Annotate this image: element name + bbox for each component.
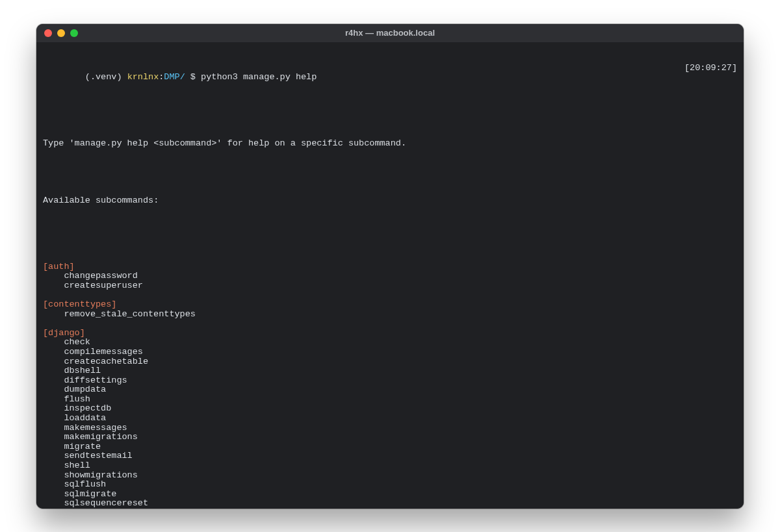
subcommand-item: makemessages [43,424,737,433]
window-title: r4hx — macbook.local [36,28,744,38]
blank-line [43,168,737,177]
minimize-icon[interactable] [57,29,65,37]
timestamp: [20:09:27] [684,64,737,92]
subcommand-item: shell [43,461,737,471]
group-header: [django] [43,329,737,338]
titlebar: r4hx — macbook.local [36,24,744,42]
subcommand-item: dbshell [43,366,737,376]
subcommand-groups: [auth]changepasswordcreatesuperuser[cont… [43,262,737,509]
subcommand-item: createsuperuser [43,281,737,291]
subcommand-item: migrate [43,442,737,452]
subcommand-item: inspectdb [43,404,737,414]
subcommand-item: flush [43,395,737,405]
terminal-window: r4hx — macbook.local (.venv) krnlnx:DMP/… [36,24,744,509]
subcommand-item: sendtestemail [43,451,737,461]
subcommand-item: dumpdata [43,385,737,395]
subcommand-item: sqlsequencereset [43,499,737,508]
prompt-symbol: $ [185,72,201,82]
subcommand-item: showmigrations [43,471,737,481]
subcommand-item: compilemessages [43,348,737,357]
subcommand-item: makemigrations [43,433,737,442]
zoom-icon[interactable] [70,29,78,37]
blank-line [43,111,737,121]
username: krnlnx [127,72,159,82]
subcommand-item: createcachetable [43,357,737,367]
subcommand-item: changepassword [43,272,737,281]
blank-line [43,291,737,301]
terminal-content[interactable]: (.venv) krnlnx:DMP/ $ python3 manage.py … [36,42,744,509]
subcommand-item: sqlflush [43,480,737,490]
prompt-line-1: (.venv) krnlnx:DMP/ $ python3 manage.py … [43,64,737,92]
subcommand-item: sqlmigrate [43,490,737,500]
blank-line [43,319,737,329]
subcommand-item: diffsettings [43,376,737,386]
cwd-path: DMP/ [164,72,185,82]
group-header: [auth] [43,262,737,272]
venv-label: (.venv) [85,72,122,82]
subcommand-item: remove_stale_contenttypes [43,310,737,320]
typed-command: python3 manage.py help [201,72,317,82]
close-icon[interactable] [44,29,52,37]
subcommand-item: check [43,338,737,348]
traffic-lights [44,29,78,37]
subcommand-item: loaddata [43,414,737,424]
available-subcommands-label: Available subcommands: [43,196,737,206]
help-text: Type 'manage.py help <subcommand>' for h… [43,139,737,149]
blank-line [43,224,737,234]
group-header: [contenttypes] [43,300,737,310]
